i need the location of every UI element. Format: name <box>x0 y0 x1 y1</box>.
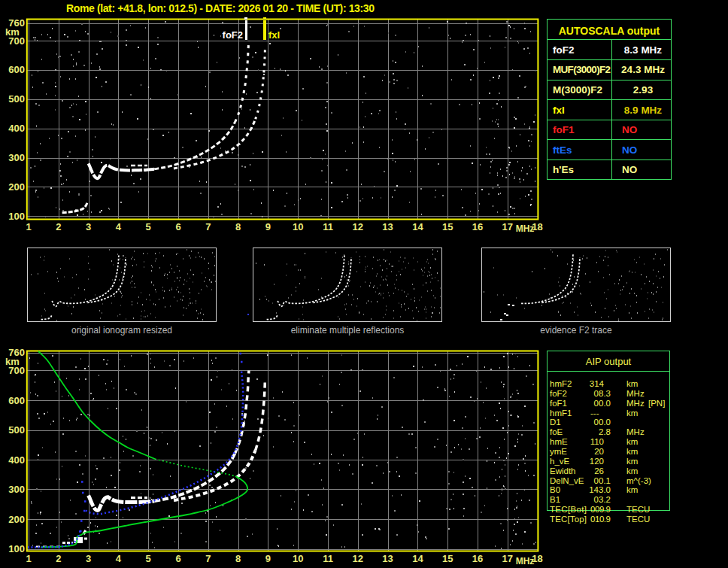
svg-text:9: 9 <box>265 553 271 564</box>
svg-text:8: 8 <box>235 221 241 232</box>
svg-text:km: km <box>5 26 20 38</box>
svg-text:hmF2: hmF2 <box>550 379 572 388</box>
svg-text:Ewidth: Ewidth <box>550 466 576 475</box>
svg-text:2.93: 2.93 <box>633 84 654 96</box>
svg-text:2: 2 <box>56 221 61 232</box>
svg-text:MHz: MHz <box>626 389 645 398</box>
svg-text:12: 12 <box>353 221 363 232</box>
svg-text:h_vE: h_vE <box>550 457 570 466</box>
svg-text:400: 400 <box>8 123 25 134</box>
svg-text:TECU: TECU <box>626 505 650 514</box>
svg-text:m^(-3): m^(-3) <box>626 476 651 485</box>
svg-text:D1: D1 <box>550 418 561 427</box>
svg-text:foF2: foF2 <box>553 44 575 56</box>
svg-text:B1: B1 <box>550 495 560 504</box>
svg-text:24.3 MHz: 24.3 MHz <box>621 64 665 75</box>
svg-text:MHz: MHz <box>516 556 535 566</box>
svg-text:8.3 MHz: 8.3 MHz <box>624 44 663 56</box>
svg-text:500: 500 <box>8 93 25 105</box>
svg-text:fxI: fxI <box>553 105 565 116</box>
svg-text:5: 5 <box>146 221 151 232</box>
svg-text:7: 7 <box>205 553 211 564</box>
svg-text:[PN]: [PN] <box>648 399 665 408</box>
svg-text:km: km <box>626 447 638 456</box>
svg-text:03.2: 03.2 <box>594 495 611 504</box>
svg-text:300: 300 <box>8 484 25 495</box>
svg-text:1: 1 <box>26 553 31 564</box>
svg-text:08.3: 08.3 <box>594 389 611 398</box>
svg-text:14: 14 <box>412 221 423 232</box>
svg-text:Rome (lat: +41.8, lon: 012.5): Rome (lat: +41.8, lon: 012.5) - DATE: 20… <box>66 2 375 14</box>
svg-text:600: 600 <box>8 64 25 75</box>
svg-text:17: 17 <box>502 553 513 564</box>
svg-text:km: km <box>626 379 638 388</box>
svg-text:2.8: 2.8 <box>599 427 611 436</box>
svg-text:4: 4 <box>116 221 122 232</box>
svg-text:11: 11 <box>323 221 333 232</box>
svg-text:evidence F2 trace: evidence F2 trace <box>540 325 612 336</box>
svg-text:6: 6 <box>175 553 180 564</box>
svg-text:8: 8 <box>235 553 241 564</box>
svg-text:314: 314 <box>590 379 605 388</box>
svg-text:17: 17 <box>502 221 513 232</box>
svg-text:200: 200 <box>8 514 25 525</box>
svg-text:foF1: foF1 <box>553 124 575 135</box>
svg-text:MHz: MHz <box>516 223 535 234</box>
svg-text:100: 100 <box>8 211 25 222</box>
svg-text:km: km <box>626 437 638 446</box>
svg-text:h'Es: h'Es <box>553 164 574 175</box>
svg-text:7: 7 <box>205 221 211 232</box>
svg-text:15: 15 <box>442 553 453 564</box>
svg-text:ftEs: ftEs <box>553 144 572 156</box>
svg-text:NO: NO <box>622 144 637 156</box>
svg-text:M(3000)F2: M(3000)F2 <box>553 84 602 96</box>
svg-text:200: 200 <box>8 181 25 193</box>
svg-text:15: 15 <box>442 221 453 232</box>
svg-text:km: km <box>626 466 638 475</box>
svg-text:26: 26 <box>594 466 604 475</box>
svg-text:600: 600 <box>8 395 25 406</box>
svg-text:5: 5 <box>146 553 151 564</box>
svg-text:km: km <box>626 457 638 466</box>
svg-text:00.0: 00.0 <box>594 399 611 408</box>
svg-text:00.0: 00.0 <box>594 418 611 427</box>
svg-text:010.9: 010.9 <box>590 515 611 524</box>
svg-text:foE: foE <box>550 427 563 436</box>
svg-text:13: 13 <box>382 553 393 564</box>
svg-text:120: 120 <box>590 457 604 466</box>
svg-text:TEC[Bot]: TEC[Bot] <box>550 505 587 514</box>
svg-text:km: km <box>626 485 638 494</box>
svg-text:400: 400 <box>8 454 25 466</box>
svg-text:4: 4 <box>116 553 122 564</box>
svg-text:500: 500 <box>8 424 25 436</box>
svg-text:fxI: fxI <box>268 29 280 41</box>
svg-text:---: --- <box>590 409 599 418</box>
svg-text:3: 3 <box>86 553 91 564</box>
svg-text:14: 14 <box>412 553 423 564</box>
svg-text:8.9 MHz: 8.9 MHz <box>624 105 663 116</box>
svg-text:9: 9 <box>265 221 271 232</box>
svg-text:AIP output: AIP output <box>586 356 632 367</box>
svg-text:143.0: 143.0 <box>589 485 611 494</box>
svg-text:foF1: foF1 <box>550 399 567 408</box>
svg-text:13: 13 <box>382 221 393 232</box>
svg-text:MHz: MHz <box>626 427 645 436</box>
svg-text:NO: NO <box>622 164 637 175</box>
svg-text:TECU: TECU <box>626 515 650 524</box>
svg-text:km: km <box>626 409 638 418</box>
svg-text:TEC[Top]: TEC[Top] <box>550 515 587 524</box>
svg-text:6: 6 <box>175 221 180 232</box>
svg-text:12: 12 <box>353 553 363 564</box>
svg-text:AUTOSCALA output: AUTOSCALA output <box>559 25 660 37</box>
svg-text:11: 11 <box>323 553 333 564</box>
svg-text:10: 10 <box>293 221 303 232</box>
svg-text:foF2: foF2 <box>550 389 567 398</box>
svg-text:00.1: 00.1 <box>594 476 611 485</box>
svg-text:009.9: 009.9 <box>590 505 611 514</box>
svg-text:MUF(3000)F2: MUF(3000)F2 <box>553 64 611 75</box>
svg-text:DelN_vE: DelN_vE <box>550 476 584 485</box>
svg-text:hmE: hmE <box>550 437 568 446</box>
svg-text:16: 16 <box>472 553 483 564</box>
svg-text:MHz: MHz <box>626 399 645 408</box>
svg-text:300: 300 <box>8 152 25 163</box>
